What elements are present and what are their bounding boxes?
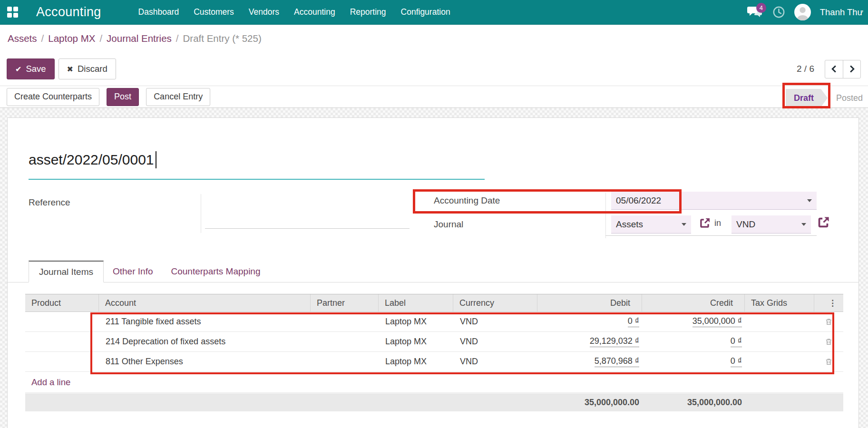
breadcrumb-separator: / — [99, 33, 102, 44]
credit-value: 35,000,000 ₫ — [692, 316, 742, 327]
header-account[interactable]: Account — [99, 294, 311, 311]
pager-previous-button[interactable] — [825, 60, 843, 78]
menu-reporting[interactable]: Reporting — [350, 7, 386, 17]
field-separator — [201, 194, 201, 233]
table-row[interactable]: 211 Tangible fixed assets Laptop MX VND … — [25, 312, 843, 332]
topbar-right: 4 Thanh Thư — [747, 4, 868, 20]
page: Accounting Dashboard Customers Vendors A… — [0, 0, 868, 428]
top-menu: Dashboard Customers Vendors Accounting R… — [138, 7, 450, 17]
menu-accounting[interactable]: Accounting — [294, 7, 335, 17]
cell-label[interactable]: Laptop MX — [379, 357, 453, 367]
cell-account[interactable]: 214 Deprecation of fixed assets — [99, 337, 311, 347]
debit-value: 29,129,032 ₫ — [590, 336, 639, 347]
cell-debit[interactable]: 0 ₫ — [537, 316, 642, 327]
save-button[interactable]: ✔ Save — [7, 58, 55, 79]
discard-button-label: Discard — [78, 64, 107, 74]
table-header-row: Product Account Partner Label Currency D… — [25, 294, 843, 312]
status-posted-label[interactable]: Posted — [836, 89, 863, 107]
trash-icon — [825, 318, 833, 326]
breadcrumb-journal-entries[interactable]: Journal Entries — [107, 33, 172, 44]
notebook-tabs: Journal Items Other Info Counterparts Ma… — [8, 261, 858, 282]
journal-value: Assets — [616, 219, 643, 230]
tab-journal-items[interactable]: Journal Items — [29, 261, 104, 282]
apps-grid-icon[interactable] — [7, 7, 19, 18]
table-row[interactable]: 811 Other Expenses Laptop MX VND 5,870,9… — [25, 352, 843, 372]
discard-button[interactable]: ✖ Discard — [59, 58, 116, 79]
status-draft-badge[interactable]: Draft — [786, 89, 828, 107]
menu-customers[interactable]: Customers — [194, 7, 234, 17]
trash-icon — [825, 358, 833, 366]
entry-name-input[interactable]: asset/2022/05/0001 — [29, 151, 156, 168]
currency-select[interactable]: VND — [731, 215, 811, 233]
optional-columns-icon[interactable]: ⋮ — [829, 298, 843, 308]
cell-debit[interactable]: 5,870,968 ₫ — [537, 356, 642, 367]
chevron-down-icon — [807, 199, 812, 202]
activity-clock-icon[interactable] — [772, 6, 785, 19]
currency-value: VND — [736, 219, 755, 230]
cell-account[interactable]: 811 Other Expenses — [99, 357, 311, 367]
breadcrumb-current: Draft Entry (* 525) — [183, 33, 262, 44]
form-statusbar: Create Counterparts Post Cancel Entry Dr… — [0, 86, 868, 108]
user-avatar[interactable] — [794, 4, 811, 20]
journal-label: Journal — [434, 219, 463, 230]
menu-vendors[interactable]: Vendors — [249, 7, 279, 17]
apps-grid-square — [13, 7, 18, 11]
messages-button[interactable]: 4 — [747, 6, 763, 19]
app-brand[interactable]: Accounting — [36, 5, 101, 19]
debit-value: 0 ₫ — [628, 316, 639, 327]
header-credit[interactable]: Credit — [642, 294, 745, 311]
tab-other-info[interactable]: Other Info — [104, 261, 162, 282]
total-credit: 35,000,000.00 — [642, 398, 745, 408]
breadcrumb-laptop-mx[interactable]: Laptop MX — [48, 33, 95, 44]
cell-currency[interactable]: VND — [453, 317, 537, 327]
cell-currency[interactable]: VND — [453, 337, 537, 347]
delete-row-button[interactable] — [825, 358, 833, 366]
header-debit[interactable]: Debit — [537, 294, 642, 311]
total-debit: 35,000,000.00 — [537, 398, 642, 408]
header-tax-grids[interactable]: Tax Grids — [745, 294, 814, 311]
user-name[interactable]: Thanh Thư — [820, 7, 863, 18]
field-separator — [605, 193, 606, 238]
add-line-row: Add a line — [25, 372, 843, 393]
add-a-line-link[interactable]: Add a line — [31, 377, 70, 388]
menu-configuration[interactable]: Configuration — [401, 7, 450, 17]
cancel-entry-button[interactable]: Cancel Entry — [146, 88, 210, 106]
breadcrumb-assets[interactable]: Assets — [8, 33, 37, 44]
chevron-down-icon — [682, 223, 686, 226]
pager-next-button[interactable] — [843, 60, 860, 78]
delete-row-button[interactable] — [825, 318, 833, 326]
text-cursor — [156, 151, 156, 168]
tab-counterparts-mapping[interactable]: Counterparts Mapping — [162, 261, 270, 282]
accounting-date-value: 05/06/2022 — [616, 195, 661, 206]
cell-label[interactable]: Laptop MX — [379, 337, 453, 347]
header-label[interactable]: Label — [379, 294, 453, 311]
post-button[interactable]: Post — [107, 88, 139, 106]
open-journal-external-link-icon[interactable] — [698, 217, 711, 230]
menu-dashboard[interactable]: Dashboard — [138, 7, 179, 17]
top-navbar: Accounting Dashboard Customers Vendors A… — [0, 0, 868, 25]
cell-credit[interactable]: 35,000,000 ₫ — [642, 316, 745, 327]
open-currency-external-link-icon[interactable] — [816, 215, 830, 230]
header-product[interactable]: Product — [25, 294, 99, 311]
cell-label[interactable]: Laptop MX — [379, 317, 453, 327]
cross-icon: ✖ — [67, 65, 73, 74]
cell-credit[interactable]: 0 ₫ — [642, 356, 745, 367]
accounting-date-field[interactable]: 05/06/2022 — [611, 192, 817, 210]
create-counterparts-button[interactable]: Create Counterparts — [7, 88, 99, 106]
cell-debit[interactable]: 29,129,032 ₫ — [537, 336, 642, 347]
save-button-label: Save — [26, 64, 46, 74]
entry-name-value: asset/2022/05/0001 — [29, 152, 154, 168]
chevron-down-icon — [801, 223, 806, 226]
journal-select[interactable]: Assets — [611, 215, 691, 233]
reference-label: Reference — [29, 197, 70, 208]
credit-value: 0 ₫ — [731, 356, 742, 367]
cell-account[interactable]: 211 Tangible fixed assets — [99, 317, 311, 327]
header-currency[interactable]: Currency — [453, 294, 537, 311]
reference-input[interactable] — [205, 228, 410, 229]
header-partner[interactable]: Partner — [311, 294, 379, 311]
cell-credit[interactable]: 0 ₫ — [642, 336, 745, 347]
control-panel: ✔ Save ✖ Discard 2 / 6 — [0, 52, 868, 86]
delete-row-button[interactable] — [825, 338, 833, 346]
cell-currency[interactable]: VND — [453, 357, 537, 367]
table-row[interactable]: 214 Deprecation of fixed assets Laptop M… — [25, 332, 843, 352]
